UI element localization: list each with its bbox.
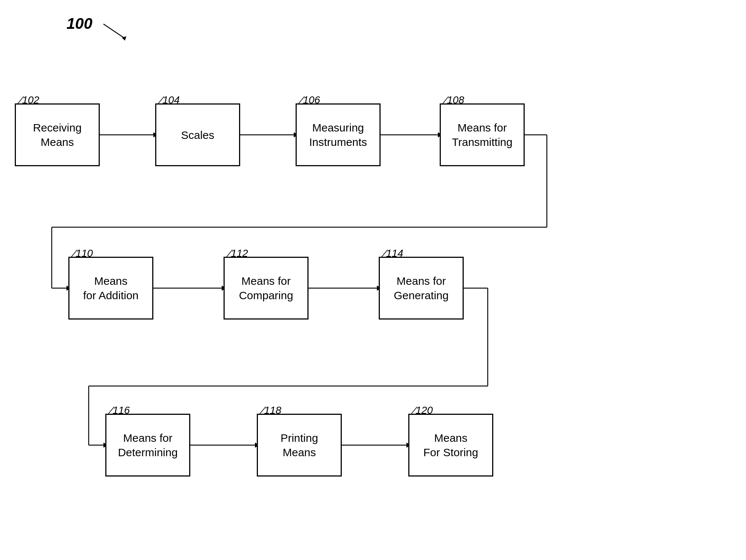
box-112: Means forComparing xyxy=(224,257,309,320)
ref-116: ∕116 xyxy=(111,404,130,416)
ref-120: ∕120 xyxy=(414,404,433,416)
box-116-label: Means forDetermining xyxy=(118,431,178,460)
box-120: MeansFor Storing xyxy=(408,414,493,477)
ref-102: ∕102 xyxy=(20,94,39,106)
box-114: Means forGenerating xyxy=(379,257,464,320)
ref-108: ∕108 xyxy=(445,94,464,106)
box-108: Means forTransmitting xyxy=(440,103,525,166)
box-102: ReceivingMeans xyxy=(15,103,100,166)
box-112-label: Means forComparing xyxy=(239,274,293,303)
diagram-title: 100 xyxy=(67,15,92,33)
title-arrow xyxy=(100,22,129,41)
ref-118: ∕118 xyxy=(262,404,281,416)
box-114-label: Means forGenerating xyxy=(394,274,449,303)
box-120-label: MeansFor Storing xyxy=(423,431,478,460)
box-118: PrintingMeans xyxy=(257,414,342,477)
ref-112: ∕112 xyxy=(229,247,248,259)
ref-106: ∕106 xyxy=(301,94,320,106)
svg-line-0 xyxy=(103,24,124,38)
box-110: Meansfor Addition xyxy=(68,257,153,320)
box-106-label: MeasuringInstruments xyxy=(309,120,367,149)
box-102-label: ReceivingMeans xyxy=(33,120,82,149)
box-118-label: PrintingMeans xyxy=(280,431,318,460)
box-104: Scales xyxy=(155,103,240,166)
ref-114: ∕114 xyxy=(384,247,403,259)
ref-110: ∕110 xyxy=(74,247,93,259)
box-110-label: Meansfor Addition xyxy=(83,274,139,303)
ref-104: ∕104 xyxy=(161,94,180,106)
box-104-label: Scales xyxy=(181,128,214,142)
box-108-label: Means forTransmitting xyxy=(452,120,512,149)
box-106: MeasuringInstruments xyxy=(296,103,381,166)
diagram-container: 100 xyxy=(0,0,746,560)
box-116: Means forDetermining xyxy=(105,414,190,477)
